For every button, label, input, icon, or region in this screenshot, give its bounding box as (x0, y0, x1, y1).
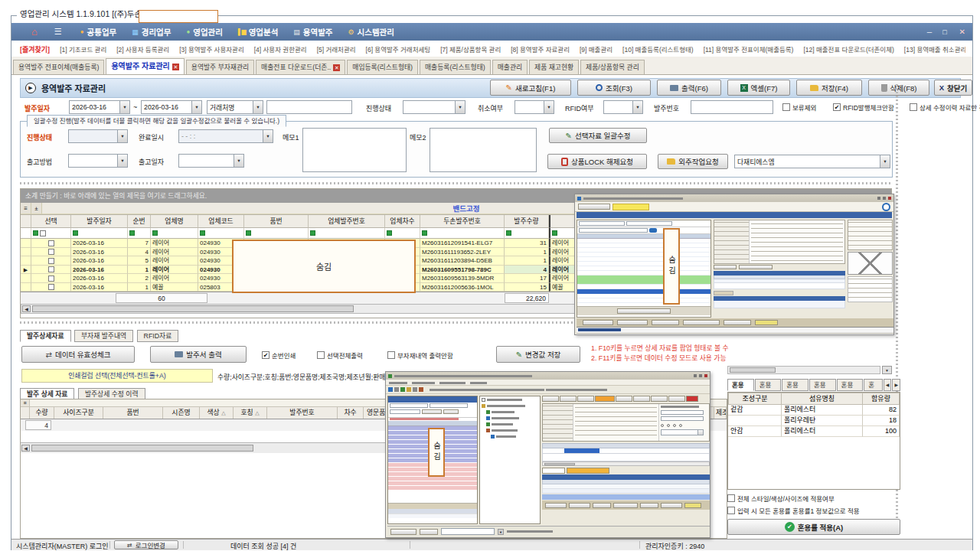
tab-scroll-left-icon[interactable]: ◀ (884, 379, 892, 391)
dcol-order-seq[interactable]: 차수 (338, 407, 364, 419)
filter-cell[interactable] (21, 228, 31, 239)
popup1-close-icon[interactable] (888, 197, 891, 200)
date-to-select[interactable]: 2026-03-16▼ (141, 100, 202, 114)
rfid-select[interactable]: ▼ (603, 100, 643, 114)
tab-scroll-right-icon[interactable]: ▶ (892, 379, 900, 391)
popup2-bottom-button[interactable] (613, 503, 638, 508)
tab-submaterial-detail[interactable]: 부자재 발주내역 (74, 330, 133, 342)
done-time-select[interactable]: - - : :▼ (178, 129, 273, 143)
popup2-bottom-button[interactable] (640, 503, 658, 508)
fav-link-5[interactable]: [5] 거래처관리 (317, 44, 356, 54)
popup1-bottom-button[interactable] (755, 320, 778, 325)
tab-mixture-3[interactable]: 혼용률3 (782, 379, 808, 391)
popup1-bottom-button[interactable] (617, 320, 648, 325)
tab-purchase-list[interactable]: 매입등록(리스트형태) (347, 60, 418, 74)
mixture-row[interactable]: 안감폴리에스터100 (728, 426, 900, 437)
tab-sales-mgmt[interactable]: 매출관리 (492, 60, 528, 74)
popup2-titlebar[interactable] (386, 372, 710, 380)
menu-item-service-order[interactable]: ▤용역발주 (286, 26, 340, 37)
menu-item-common[interactable]: ●공통업무 (73, 26, 124, 37)
mcol-fiber[interactable]: 섬유명칭 (782, 393, 863, 405)
checkbox-icon[interactable] (48, 249, 54, 255)
popup1-bottom-button[interactable] (583, 320, 613, 325)
tab-stock-status[interactable]: 제품 재고현황 (529, 60, 579, 74)
outsource-vendor-select[interactable]: 다재티에스엠▼ (734, 155, 890, 168)
tab-mixture-more[interactable]: 혼용 (864, 379, 883, 391)
bulk-edit-button[interactable]: ✎선택자료 일괄수정 (549, 128, 647, 143)
chevron-down-icon[interactable]: ▼ (882, 366, 892, 374)
tab-rfid-data[interactable]: RFID자료 (137, 330, 179, 342)
col-vendor-seq[interactable]: 업체차수 (385, 215, 420, 228)
popup2-status-chip[interactable] (420, 529, 438, 535)
fav-link-6[interactable]: [6] 용역발주 거래처세팅 (366, 44, 431, 54)
tab-slip-download[interactable]: 매출전표 다운로드(더존..✕ (256, 60, 345, 74)
upper-right-scrollbar[interactable] (727, 366, 880, 374)
scroll-left-icon[interactable]: ◀ (22, 305, 31, 312)
popup1-search-icon[interactable] (649, 228, 657, 233)
login-change-button[interactable]: ⇄로그인변경 (114, 540, 178, 549)
lock-release-button[interactable]: 상품LOCK 해제요청 (547, 154, 647, 169)
hold-exclude-checkbox[interactable]: 보류제외 (782, 103, 816, 112)
close-icon[interactable]: ✕ (952, 28, 972, 36)
tab-product-items[interactable]: 제품/상품항목 관리 (580, 60, 645, 74)
tab-submaterial-mgmt[interactable]: 용역발주 부자재관리 (186, 60, 254, 74)
popup-editor-window[interactable]: 숨김 (385, 371, 710, 538)
close-window-button[interactable]: X창닫기 (934, 80, 972, 96)
ship-date-select[interactable]: ▼ (178, 154, 244, 168)
filter-cell[interactable] (244, 228, 309, 239)
cancel-select[interactable]: ▼ (514, 100, 554, 114)
fav-link-4[interactable]: [4] 사용자 권한관리 (254, 44, 307, 54)
dcol-order-no[interactable]: 발주번호 (267, 407, 338, 419)
splitter-top[interactable] (20, 182, 892, 184)
mixture-row[interactable]: 겉감폴리에스터82 (728, 405, 900, 416)
popup2-min-icon[interactable] (694, 374, 697, 377)
popup1-titlebar[interactable] (575, 194, 893, 202)
excel-button[interactable]: X엑셀(F7) (727, 80, 790, 96)
col-vendor-order-no[interactable]: 업체발주번호 (309, 215, 385, 228)
dcol-size[interactable]: 호칭 △ (234, 407, 267, 419)
col-company-code[interactable]: 업체코드 (198, 215, 244, 228)
validate-button[interactable]: ⇄데이터 유효성체크 (21, 346, 135, 363)
filter-cell[interactable] (420, 228, 505, 239)
popup2-radio-icon[interactable] (667, 424, 670, 427)
filter-cell[interactable] (309, 228, 385, 239)
rfid-skip-checkbox[interactable]: ✔RFID발행체크안함 (833, 103, 894, 112)
hamburger-menu-icon[interactable]: ☰ (54, 27, 62, 37)
menu-item-accounting[interactable]: ▦경리업무 (124, 26, 178, 37)
chevron-down-icon[interactable]: ▼ (498, 529, 504, 535)
col-duson-no[interactable]: 두손발주번호 (420, 215, 505, 228)
tab-mixture-1[interactable]: 혼용률1 (727, 379, 754, 391)
save-button[interactable]: 저장(F4) (796, 80, 862, 96)
dcol-item[interactable]: 품번 (103, 407, 163, 419)
apply-mixture-button[interactable]: ✔ 혼용률 적용(A) (727, 519, 900, 535)
seq-print-checkbox[interactable]: ✔순번인쇄 (262, 350, 296, 360)
filter-cell[interactable] (198, 228, 244, 239)
tab-sales-list[interactable]: 매출등록(리스트형태) (420, 60, 491, 74)
menu-item-analysis[interactable]: ▌▆영업분석 (230, 26, 286, 37)
popup1-list-rows[interactable]: 숨김 (577, 239, 710, 306)
dcol-color[interactable]: 색상 △ (200, 407, 234, 419)
popup2-bottom-button[interactable] (593, 503, 611, 508)
popup2-radio-icon[interactable] (679, 424, 682, 427)
col-company[interactable]: 업체명 (151, 215, 198, 228)
outsource-button[interactable]: 외주작업요청 (658, 154, 728, 169)
refresh-button[interactable]: ✎새로고침(F1) (490, 80, 571, 96)
filter-cell[interactable] (385, 228, 420, 239)
memo1-textarea[interactable] (302, 128, 407, 172)
scroll-left-icon[interactable]: ◀ (21, 445, 30, 452)
fav-link-7[interactable]: [7] 제품/상품항목 관리 (440, 44, 501, 54)
tab-close-icon[interactable]: ✕ (172, 64, 179, 70)
apply-all-mixture-checkbox[interactable]: 입력 시 모든 혼용률 혼용률1 정보값으로 적용 (727, 506, 900, 515)
fav-link-9[interactable]: [9] 매출관리 (580, 44, 612, 54)
col-order-qty[interactable]: 발주수량 (505, 215, 549, 228)
batch-status-select[interactable]: ▼ (68, 129, 128, 143)
popup-detail-window[interactable]: 숨김 (574, 194, 894, 335)
fav-link-3[interactable]: [3] 용역발주 사용자관리 (179, 44, 244, 54)
fav-link-2[interactable]: [2] 사용자 등록관리 (116, 44, 169, 54)
mcol-part[interactable]: 조성구분 (728, 393, 782, 405)
search-button[interactable]: 조회(F3) (577, 80, 651, 96)
tab-mixture-4[interactable]: 혼용률4 (809, 379, 836, 391)
popup2-bottom-button[interactable] (684, 503, 701, 508)
minimize-icon[interactable]: ─ (922, 28, 937, 36)
print-column-label[interactable]: 인쇄컬럼 선택(전체선택-컨트롤+A) (21, 369, 213, 383)
